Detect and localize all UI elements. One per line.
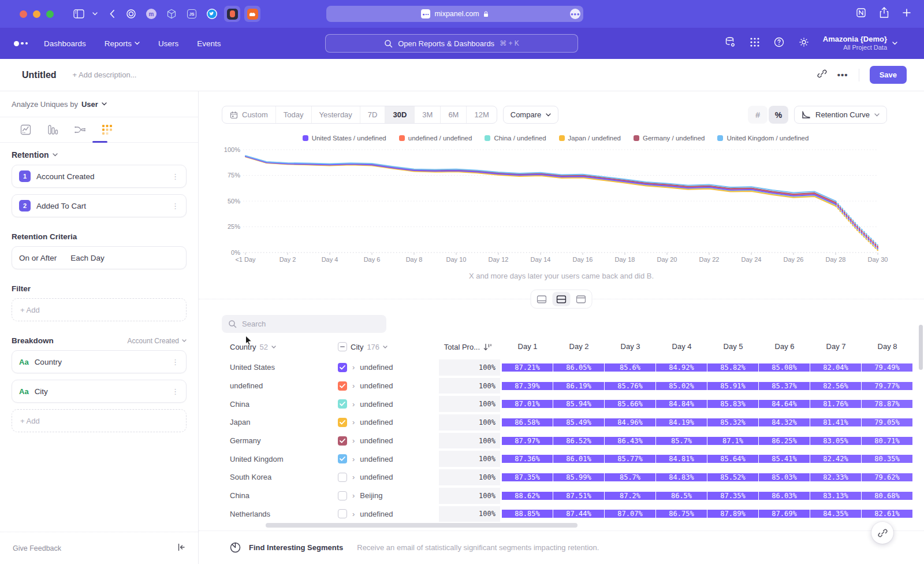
day-cell[interactable]: 85.99%	[553, 473, 604, 481]
criteria-card[interactable]: On or After Each Day	[12, 246, 187, 269]
add-breakdown-button[interactable]: + Add	[12, 409, 187, 432]
day-cell[interactable]: 85.03%	[759, 473, 810, 481]
day-cell[interactable]: 85.7%	[656, 437, 707, 445]
day-cell[interactable]: 86.03%	[759, 492, 810, 500]
country-column-header[interactable]: Country 52	[230, 339, 276, 355]
date-range-3m[interactable]: 3M	[414, 106, 440, 123]
row-checkbox[interactable]	[338, 436, 347, 446]
day-cell[interactable]: 79.49%	[862, 363, 912, 372]
tab-insights[interactable]	[19, 124, 32, 135]
retention-step-card[interactable]: 2Added To Cart⋮	[12, 194, 187, 217]
save-button[interactable]: Save	[870, 66, 907, 84]
day-cell[interactable]: 84.19%	[656, 418, 707, 426]
day-cell[interactable]: 85.02%	[656, 382, 707, 390]
day-cell[interactable]: 85.83%	[707, 400, 758, 408]
day-cell[interactable]: 85.94%	[553, 400, 604, 408]
day-cell[interactable]: 86.25%	[759, 437, 810, 445]
day-cell[interactable]: 84.64%	[759, 400, 810, 408]
row-checkbox[interactable]	[338, 363, 347, 372]
day-cell[interactable]: 87.89%	[707, 510, 758, 518]
day-cell[interactable]: 86.19%	[553, 382, 604, 390]
table-only-view-icon[interactable]	[572, 292, 590, 306]
date-range-yesterday[interactable]: Yesterday	[311, 106, 360, 123]
share-icon[interactable]	[879, 7, 889, 21]
legend-item[interactable]: Germany / undefined	[634, 135, 705, 142]
day-cell[interactable]: 88.85%	[502, 510, 553, 518]
day-cell[interactable]: 86.05%	[553, 363, 604, 372]
day-cell[interactable]: 87.01%	[502, 400, 553, 408]
help-icon[interactable]	[773, 36, 785, 50]
kebab-menu-icon[interactable]: ⋮	[172, 387, 179, 396]
day-cell[interactable]: 85.64%	[707, 455, 758, 463]
sidebar-toggle-icon[interactable]	[73, 9, 84, 18]
expand-row-icon[interactable]: ›	[352, 473, 355, 481]
expand-row-icon[interactable]: ›	[352, 381, 355, 390]
date-range-6m[interactable]: 6M	[440, 106, 466, 123]
nav-item-reports[interactable]: Reports	[105, 39, 140, 48]
expand-row-icon[interactable]: ›	[352, 455, 355, 463]
day-cell[interactable]: 82.33%	[810, 473, 861, 481]
expand-row-icon[interactable]: ›	[352, 400, 355, 409]
day-cell[interactable]: 81.76%	[810, 400, 861, 408]
nav-item-events[interactable]: Events	[197, 39, 221, 48]
day-cell[interactable]: 87.97%	[502, 437, 553, 445]
day-cell[interactable]: 84.81%	[656, 455, 707, 463]
date-range-today[interactable]: Today	[275, 106, 311, 123]
more-options-icon[interactable]: •••	[837, 70, 848, 80]
row-checkbox[interactable]	[338, 473, 347, 482]
criteria-condition[interactable]: On or After	[19, 254, 57, 262]
pinned-tab-target-icon[interactable]	[123, 6, 139, 22]
add-description-button[interactable]: + Add description...	[73, 70, 137, 79]
day-cell[interactable]: 81.41%	[810, 418, 861, 426]
day-cell[interactable]: 83.13%	[810, 492, 861, 500]
day-cell[interactable]: 79.77%	[862, 382, 912, 390]
day-cell[interactable]: 87.51%	[553, 492, 604, 500]
chart-only-view-icon[interactable]	[533, 292, 551, 306]
day-column-header[interactable]: Day 3	[605, 339, 656, 355]
day-column-header[interactable]: Day 8	[862, 339, 913, 355]
zoom-window-button[interactable]	[46, 10, 54, 18]
day-column-header[interactable]: Day 1	[502, 339, 553, 355]
analyze-uniques-row[interactable]: Analyze Uniques by User	[0, 91, 198, 117]
day-cell[interactable]: 82.61%	[862, 510, 912, 518]
nav-item-dashboards[interactable]: Dashboards	[44, 39, 86, 48]
pinned-tab-bird-icon[interactable]	[204, 6, 220, 22]
close-window-button[interactable]	[20, 10, 27, 18]
add-filter-button[interactable]: + Add	[12, 298, 187, 321]
day-cell[interactable]: 85.7%	[605, 473, 655, 481]
pinned-tab-soundcloud-icon[interactable]	[244, 6, 260, 22]
day-cell[interactable]: 82.04%	[810, 363, 861, 372]
chart-type-selector[interactable]: Retention Curve	[794, 106, 887, 124]
compare-button[interactable]: Compare	[503, 106, 558, 124]
expand-row-icon[interactable]: ›	[352, 363, 355, 372]
day-cell[interactable]: 85.32%	[707, 418, 758, 426]
row-checkbox[interactable]	[338, 399, 347, 409]
day-cell[interactable]: 78.87%	[862, 400, 912, 408]
legend-item[interactable]: China / undefined	[485, 135, 546, 142]
day-cell[interactable]: 88.62%	[502, 492, 553, 500]
date-range-12m[interactable]: 12M	[466, 106, 496, 123]
find-segments-title[interactable]: Find Interesting Segments	[249, 543, 343, 552]
day-cell[interactable]: 84.84%	[656, 400, 707, 408]
day-cell[interactable]: 85.76%	[605, 382, 655, 390]
expand-row-icon[interactable]: ›	[352, 491, 355, 500]
day-cell[interactable]: 80.35%	[862, 455, 912, 463]
row-checkbox[interactable]	[338, 454, 347, 463]
day-cell[interactable]: 85.52%	[707, 473, 758, 481]
back-button[interactable]	[109, 9, 115, 18]
day-cell[interactable]: 87.69%	[759, 510, 810, 518]
day-cell[interactable]: 86.01%	[553, 455, 604, 463]
day-cell[interactable]: 85.08%	[759, 363, 810, 372]
day-column-header[interactable]: Day 4	[656, 339, 707, 355]
collapse-sidebar-icon[interactable]	[177, 543, 185, 554]
day-cell[interactable]: 85.41%	[759, 455, 810, 463]
day-cell[interactable]: 79.62%	[862, 473, 912, 481]
nav-item-users[interactable]: Users	[158, 39, 178, 48]
split-view-icon[interactable]	[553, 292, 571, 306]
pinned-tab-product-hunt-icon[interactable]	[224, 6, 240, 22]
expand-row-icon[interactable]: ›	[352, 436, 355, 445]
tab-flows[interactable]	[73, 125, 86, 135]
notion-extension-icon[interactable]	[856, 8, 866, 20]
copy-link-icon[interactable]	[817, 69, 827, 81]
give-feedback-link[interactable]: Give Feedback	[13, 544, 61, 552]
